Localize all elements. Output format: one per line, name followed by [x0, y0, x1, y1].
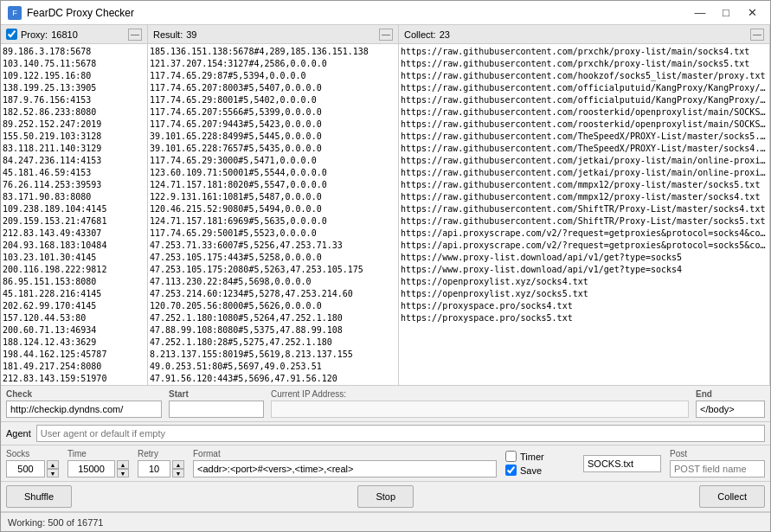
socks-input[interactable] — [6, 460, 45, 478]
save-row: Save — [505, 465, 575, 476]
list-item: 47.253.71.33:6007#5,5256,47.253.71.33 — [150, 240, 396, 252]
list-item: 198.44.162.125:45787 — [3, 349, 145, 361]
start-input[interactable] — [169, 401, 264, 418]
save-label[interactable]: Save — [520, 465, 542, 476]
timer-save-group: Timer Save — [505, 451, 575, 476]
main-window: F FearDC Proxy Checker — □ ✕ Proxy: 1681… — [0, 0, 771, 532]
list-item: 202.62.99.170:4145 — [3, 300, 145, 312]
post-input[interactable] — [670, 460, 765, 478]
agent-input[interactable] — [36, 425, 765, 442]
main-content: Proxy: 16810 — 89.186.3.178:5678103.140.… — [1, 25, 770, 531]
result-list[interactable]: 185.136.151.138:5678#4,289,185.136.151.1… — [148, 44, 398, 385]
list-item: https://www.proxy-list.download/api/v1/g… — [401, 252, 768, 264]
list-item: 39.101.65.228:7657#5,5435,0.0.0.0 — [150, 143, 396, 155]
time-spinner: ▲ ▼ — [67, 460, 129, 478]
time-down-button[interactable]: ▼ — [117, 469, 129, 478]
time-spinner-buttons: ▲ ▼ — [117, 460, 129, 478]
socks-spinner-buttons: ▲ ▼ — [47, 460, 59, 478]
list-item: https://openproxylist.xyz/socks4.txt — [401, 276, 768, 288]
list-item: 212.83.143.49:43307 — [3, 228, 145, 240]
list-item: 155.50.219.103:3128 — [3, 131, 145, 143]
collect-list[interactable]: https://raw.githubusercontent.com/prxchk… — [399, 44, 769, 385]
list-item: 83.171.90.83:8080 — [3, 191, 145, 203]
list-item: 117.74.65.29:3000#5,5471,0.0.0.0 — [150, 155, 396, 167]
retry-group: Retry ▲ ▼ — [138, 449, 184, 478]
current-ip-group: Current IP Address: — [271, 389, 689, 418]
format-input[interactable] — [193, 460, 497, 478]
timer-label[interactable]: Timer — [520, 452, 544, 462]
agent-label: Agent — [6, 428, 31, 439]
socks-up-button[interactable]: ▲ — [47, 460, 59, 469]
collect-button[interactable]: Collect — [699, 485, 765, 508]
close-button[interactable]: ✕ — [741, 4, 763, 22]
end-label: End — [696, 389, 765, 399]
list-item: 47.253.105.175:443#5,5258,0.0.0.0 — [150, 252, 396, 264]
list-item: https://raw.githubusercontent.com/offici… — [401, 82, 768, 94]
list-item: 138.199.25.13:3905 — [3, 82, 145, 94]
list-item: 123.60.109.71:50001#5,5544,0.0.0.0 — [150, 167, 396, 179]
list-item: 181.49.217.254:8080 — [3, 361, 145, 373]
list-item: 200.60.71.13:46934 — [3, 324, 145, 337]
timer-row: Timer — [505, 451, 575, 462]
list-item: https://proxyspace.pro/socks4.txt — [401, 300, 768, 312]
file-input[interactable] — [583, 455, 661, 472]
titlebar-controls: — □ ✕ — [689, 4, 763, 22]
list-item: 84.247.236.114:4153 — [3, 155, 145, 167]
socks-down-button[interactable]: ▼ — [47, 469, 59, 478]
list-item: 185.136.151.138:5678#4,289,185.136.151.1… — [150, 46, 396, 58]
minimize-button[interactable]: — — [689, 4, 711, 22]
file-group — [583, 455, 661, 472]
list-item: 47.253.105.175:2080#5,5263,47.253.105.17… — [150, 264, 396, 276]
check-input[interactable] — [6, 401, 162, 418]
socks-group: Socks ▲ ▼ — [6, 449, 59, 478]
list-item: 124.71.157.181:6969#5,5635,0.0.0.0 — [150, 215, 396, 228]
timer-checkbox[interactable] — [505, 451, 517, 462]
agent-row: Agent — [1, 422, 770, 445]
proxy-list[interactable]: 89.186.3.178:5678103.140.75.11:5678109.1… — [1, 44, 147, 385]
proxy-panel-header: Proxy: 16810 — — [1, 25, 147, 44]
result-minimize-button[interactable]: — — [379, 29, 393, 41]
list-item: 120.46.215.52:9080#5,5494,0.0.0.0 — [150, 203, 396, 215]
list-item: 204.93.168.183:10484 — [3, 240, 145, 252]
list-item: 89.252.152.247:2019 — [3, 119, 145, 131]
titlebar: F FearDC Proxy Checker — □ ✕ — [1, 1, 770, 25]
list-item: 117.74.65.29:87#5,5394,0.0.0.0 — [150, 70, 396, 82]
list-item: 47.252.1.180:28#5,5275,47.252.1.180 — [150, 337, 396, 349]
time-up-button[interactable]: ▲ — [117, 460, 129, 469]
list-item: https://raw.githubusercontent.com/mmpx12… — [401, 191, 768, 203]
retry-input[interactable] — [138, 460, 170, 478]
list-item: 117.74.65.207:8003#5,5407,0.0.0.0 — [150, 82, 396, 94]
collect-minimize-button[interactable]: — — [750, 29, 764, 41]
maximize-button[interactable]: □ — [715, 4, 737, 22]
retry-label: Retry — [138, 449, 184, 458]
end-input[interactable] — [696, 401, 765, 418]
collect-panel: Collect: 23 — https://raw.githubusercont… — [399, 25, 770, 385]
bottom-section: Check Start Current IP Address: End — [1, 386, 770, 531]
list-item: 121.37.207.154:3127#4,2586,0.0.0.0 — [150, 58, 396, 70]
stop-button[interactable]: Stop — [357, 485, 414, 508]
collect-count: 23 — [440, 29, 450, 40]
list-item: https://api.proxyscrape.com/v2/?request=… — [401, 240, 768, 252]
list-item: 47.113.230.22:84#5,5698,0.0.0.0 — [150, 276, 396, 288]
shuffle-button[interactable]: Shuffle — [6, 485, 72, 508]
time-input[interactable] — [67, 460, 115, 478]
check-start-end-row: Check Start Current IP Address: End — [1, 386, 770, 422]
time-group: Time ▲ ▼ — [67, 449, 129, 478]
socks-label: Socks — [6, 449, 59, 458]
retry-up-button[interactable]: ▲ — [172, 460, 184, 469]
list-item: 47.253.214.60:1234#5,5278,47.253.214.60 — [150, 288, 396, 300]
list-item: 120.70.205.56:8000#5,5626,0.0.0.0 — [150, 300, 396, 312]
list-item: https://raw.githubusercontent.com/jetkai… — [401, 167, 768, 179]
save-checkbox[interactable] — [505, 465, 517, 476]
proxy-minimize-button[interactable]: — — [128, 29, 142, 41]
list-item: 188.124.12.43:3629 — [3, 337, 145, 349]
proxy-checkbox[interactable] — [6, 29, 17, 40]
list-item: 8.213.137.155:8019#5,5619,8.213.137.155 — [150, 349, 396, 361]
list-item: 86.95.151.153:8080 — [3, 276, 145, 288]
result-header-title: Result: 39 — [153, 29, 197, 40]
check-group: Check — [6, 389, 162, 418]
list-item: 39.101.65.228:8499#5,5445,0.0.0.0 — [150, 131, 396, 143]
list-item: 187.9.76.156:4153 — [3, 94, 145, 106]
list-item: 117.74.65.29:8001#5,5402,0.0.0.0 — [150, 94, 396, 106]
retry-down-button[interactable]: ▼ — [172, 469, 184, 478]
